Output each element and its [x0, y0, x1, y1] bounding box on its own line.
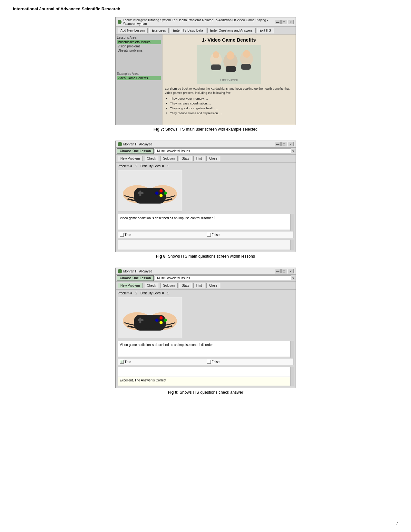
fig9-dropdown-arrow-icon: ∨ — [292, 277, 294, 280]
fig8-solution-button[interactable]: Solution — [160, 156, 178, 161]
fig8-hint-button[interactable]: Hint — [193, 156, 205, 161]
svg-point-18 — [159, 194, 162, 197]
svg-rect-7 — [211, 64, 221, 70]
fig9-check-button[interactable]: Check — [144, 283, 159, 288]
sidebar-item-vision[interactable]: Vision problems — [117, 44, 161, 48]
fig8-answer-row: True False — [118, 231, 294, 238]
fig9-feedback-scrollbar[interactable] — [290, 377, 294, 386]
fig9-controller-svg — [118, 297, 182, 339]
enter-questions-button[interactable]: Enter Questions and Answers — [207, 28, 256, 33]
svg-point-2 — [213, 51, 219, 58]
fig7-sidebar: Lessons Area Musculoskeletal issues Visi… — [116, 34, 162, 125]
fig7-caption-text: Shows ITS main user screen with example … — [165, 127, 258, 132]
fig8-check-button[interactable]: Check — [144, 156, 159, 161]
fig9-win-controls: — □ × — [275, 269, 294, 273]
figure-9-block: Mohran H. Al-Sayed — □ × Choose One Less… — [13, 268, 398, 395]
fig8-caption-label: Fig 8: — [156, 254, 167, 259]
dropdown-arrow-icon: ∨ — [292, 150, 294, 153]
fig9-app-icon — [118, 269, 122, 273]
fig9-question-scrollbar[interactable] — [290, 341, 294, 358]
false-option[interactable]: False — [207, 233, 291, 237]
fig9-body: Problem # 2 Difficulty Level # 1 — [116, 290, 296, 388]
fig8-new-problem-button[interactable]: New Problem — [118, 156, 143, 161]
true-label: True — [125, 233, 131, 237]
fig8-minimize-button[interactable]: — — [275, 142, 281, 146]
fig8-app-icon — [118, 142, 122, 146]
fig7-titlebar-left: Learn: Intelligent Tutoring System For H… — [118, 18, 275, 25]
fig8-stats-button[interactable]: Stats — [179, 156, 192, 161]
fig9-new-problem-button[interactable]: New Problem — [118, 283, 143, 288]
lesson-bullets: They boost your memory. ... They increas… — [165, 96, 293, 115]
fig8-toolbar2: New Problem Check Solution Stats Hint Cl… — [116, 155, 296, 163]
fig8-question-area: Video game addiction is described as an … — [118, 214, 290, 230]
enter-basic-data-button[interactable]: Enter ITS Basic Data — [170, 28, 206, 33]
close-button[interactable]: × — [288, 20, 294, 24]
fig9-false-checkbox[interactable] — [207, 360, 211, 364]
fig9-stats-button[interactable]: Stats — [179, 283, 192, 288]
page-number: 7 — [396, 521, 398, 526]
controller-svg — [118, 170, 182, 212]
extra-scrollbar[interactable] — [290, 240, 294, 250]
fig9-question-scroll-row: Video game addiction is described as an … — [118, 341, 294, 358]
fig7-app-icon — [118, 20, 122, 24]
fig9-maximize-button[interactable]: □ — [281, 269, 287, 273]
question-text: Video game addiction is described as an … — [120, 216, 213, 220]
fig9-false-label: False — [212, 360, 220, 364]
bullet-4: They reduce stress and depression. ... — [170, 111, 293, 115]
bullet-3: They're good for cognitive health. ... — [170, 106, 293, 110]
fig8-maximize-button[interactable]: □ — [281, 142, 287, 146]
lesson-text: Let them go back to watching the Kardash… — [165, 86, 293, 115]
fig9-problem-header: Problem # 2 Difficulty Level # 1 — [118, 291, 294, 295]
fig9-choose-one-lesson-button[interactable]: Choose One Lesson — [117, 275, 154, 281]
fig9-extra-scrollbar[interactable] — [290, 367, 294, 377]
fig8-question-scroll-row: Video game addiction is described as an … — [118, 214, 294, 231]
question-scrollbar[interactable] — [290, 214, 294, 231]
fig9-solution-button[interactable]: Solution — [160, 283, 178, 288]
svg-point-26 — [163, 319, 167, 322]
fig9-difficulty-value: 1 — [167, 291, 169, 295]
figure-7-window: Learn: Intelligent Tutoring System For H… — [115, 17, 296, 125]
fig8-close-button[interactable]: × — [288, 142, 294, 146]
fig9-toolbar1: Choose One Lesson Musculoskeletal issues… — [116, 275, 296, 282]
svg-text:Family Gaming: Family Gaming — [220, 78, 238, 81]
fig9-minimize-button[interactable]: — — [275, 269, 281, 273]
exercises-button[interactable]: Exercises — [149, 28, 169, 33]
fig9-false-option[interactable]: False — [207, 360, 291, 364]
sidebar-item-obesity[interactable]: Obesity problems — [117, 48, 161, 53]
fig9-title-text: Mohran H. Al-Sayed — [123, 270, 152, 273]
exit-its-button[interactable]: Exit ITS — [257, 28, 274, 33]
fig9-extra-area — [118, 367, 290, 377]
fig9-hint-button[interactable]: Hint — [193, 283, 205, 288]
fig9-true-option[interactable]: ✓ True — [120, 360, 204, 364]
choose-one-lesson-button[interactable]: Choose One Lesson — [117, 148, 154, 154]
false-checkbox[interactable] — [207, 233, 211, 237]
add-new-lesson-button[interactable]: Add New Lesson — [118, 28, 148, 33]
maximize-button[interactable]: □ — [281, 20, 287, 24]
true-option[interactable]: True — [120, 233, 204, 237]
fig9-answer-row: ✓ True False — [118, 358, 294, 365]
fig9-lesson-dropdown[interactable]: Musculoskeletal issues — [155, 275, 291, 281]
true-checkbox[interactable] — [120, 233, 124, 237]
problem-number: 2 — [135, 164, 137, 168]
fig8-extra-area-row — [118, 240, 294, 250]
svg-point-28 — [159, 321, 162, 324]
svg-point-4 — [227, 51, 234, 60]
text-cursor — [214, 216, 214, 219]
fig9-close-button[interactable]: × — [288, 269, 294, 273]
fig8-close-button[interactable]: Close — [206, 156, 220, 161]
minimize-button[interactable]: — — [275, 20, 281, 24]
lesson-title: 1- Video Game Benefits — [165, 37, 293, 43]
false-label: False — [212, 233, 220, 237]
figure-9-window: Mohran H. Al-Sayed — □ × Choose One Less… — [115, 268, 296, 388]
sidebar-item-musculoskeletal[interactable]: Musculoskeletal issues — [117, 40, 161, 44]
sidebar-example-video-game[interactable]: Video Game Benefits — [117, 76, 161, 80]
difficulty-label: Difficulty Level # — [141, 164, 164, 168]
fig9-true-checkbox[interactable]: ✓ — [120, 360, 124, 364]
fig9-close-button[interactable]: Close — [206, 283, 220, 288]
journal-title: International Journal of Advanced Scient… — [13, 6, 398, 11]
lesson-dropdown[interactable]: Musculoskeletal issues — [155, 148, 291, 154]
fig9-difficulty-label: Difficulty Level # — [141, 291, 164, 295]
fig8-caption: Fig 8: Shows ITS main questions screen w… — [13, 254, 398, 259]
fig7-win-controls: — □ × — [275, 20, 294, 24]
fig9-question-area: Video game addiction is described as an … — [118, 341, 290, 357]
